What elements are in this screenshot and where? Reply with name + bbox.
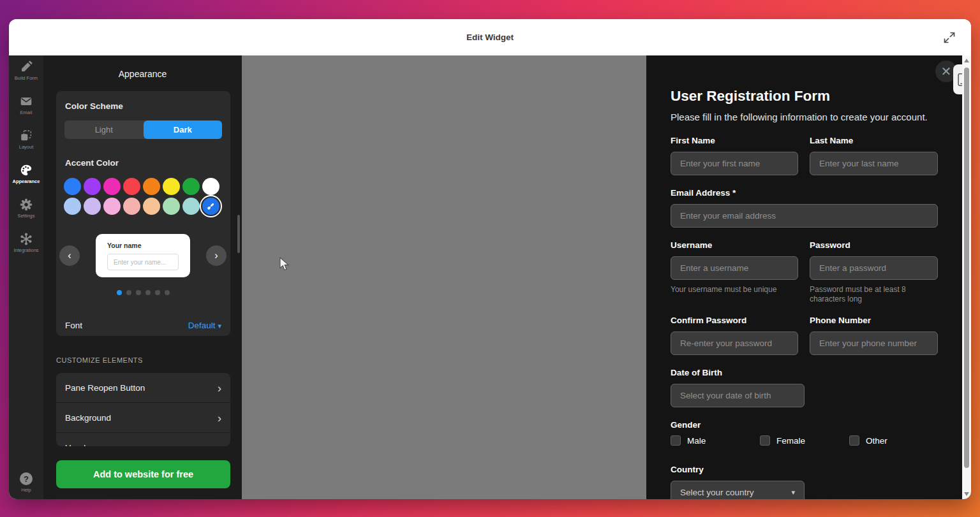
accent-color-swatch[interactable]: [64, 178, 81, 195]
font-select[interactable]: Default▾: [188, 321, 221, 330]
accent-color-swatch[interactable]: [182, 198, 200, 215]
carousel-dot[interactable]: [145, 290, 151, 295]
country-label: Country: [671, 465, 798, 474]
widget-preview-card: Your name: [96, 234, 190, 277]
add-to-website-button[interactable]: Add to website for free: [56, 460, 230, 488]
pencil-icon: [19, 60, 33, 74]
accent-color-swatch[interactable]: [123, 178, 140, 195]
customize-item-background[interactable]: Background ›: [56, 403, 230, 433]
sidebar-item-build-form[interactable]: Build Form: [9, 60, 43, 94]
accent-swatch-row-2: [64, 198, 219, 215]
email-label: Email Address *: [671, 188, 798, 198]
accent-color-swatch[interactable]: [143, 178, 160, 195]
sidebar-item-appearance[interactable]: Appearance: [9, 163, 43, 198]
carousel-dot[interactable]: [155, 290, 160, 295]
customize-item-pane-reopen-button[interactable]: Pane Reopen Button ›: [56, 373, 230, 403]
country-select[interactable]: Select your country ▾: [671, 481, 805, 499]
carousel-dot[interactable]: [165, 290, 170, 295]
sidebar: Build Form Email Layout Appearance: [9, 55, 43, 499]
accent-color-swatch[interactable]: [103, 198, 121, 215]
gender-option-female[interactable]: Female: [760, 435, 849, 446]
password-label: Password: [810, 240, 938, 250]
mouse-cursor: [279, 257, 292, 275]
color-scheme-light-button[interactable]: Light: [64, 120, 144, 139]
sidebar-item-label: Settings: [17, 214, 34, 219]
dob-label: Date of Birth: [671, 368, 798, 377]
gender-options: Male Female Other: [671, 435, 939, 446]
first-name-input[interactable]: [671, 152, 798, 175]
sidebar-item-email[interactable]: Email: [9, 94, 43, 129]
password-helper-text: Password must be at least 8 characters l…: [810, 285, 938, 304]
dob-input[interactable]: [671, 384, 805, 407]
preview-name-input[interactable]: [107, 254, 179, 270]
preview-field-label: Your name: [107, 242, 179, 249]
envelope-icon: [19, 94, 33, 108]
help-label: Help: [21, 487, 31, 493]
carousel-prev-button[interactable]: ‹: [59, 245, 80, 266]
carousel-dot[interactable]: [126, 290, 131, 295]
integrations-icon: [19, 232, 33, 246]
sidebar-item-label: Appearance: [13, 179, 40, 184]
gender-option-other[interactable]: Other: [849, 435, 939, 446]
preview-scrollbar[interactable]: [962, 55, 971, 499]
sidebar-item-help[interactable]: ? Help: [9, 472, 43, 493]
appearance-settings-card: Color Scheme Light Dark Accent Color ‹ ›…: [56, 91, 230, 336]
appearance-panel: Appearance Color Scheme Light Dark Accen…: [43, 55, 242, 499]
username-input[interactable]: [671, 256, 798, 280]
male-checkbox[interactable]: [671, 435, 681, 446]
last-name-input[interactable]: [810, 152, 938, 175]
password-input[interactable]: [810, 256, 938, 280]
confirm-password-label: Confirm Password: [671, 316, 798, 325]
custom-color-swatch[interactable]: [202, 198, 219, 215]
accent-color-swatch[interactable]: [163, 198, 180, 215]
chevron-down-icon: ▾: [791, 488, 795, 497]
accent-color-swatch[interactable]: [163, 178, 180, 195]
accent-color-swatch[interactable]: [64, 198, 81, 215]
accent-color-swatch[interactable]: [123, 198, 140, 215]
confirm-password-input[interactable]: [671, 331, 798, 355]
customize-elements-list: Pane Reopen Button › Background › Header…: [56, 373, 230, 446]
accent-color-swatch[interactable]: [202, 178, 219, 195]
carousel-dot[interactable]: [136, 290, 141, 295]
preview-scrollbar-thumb[interactable]: [964, 68, 969, 468]
female-checkbox[interactable]: [760, 435, 770, 446]
editor-canvas[interactable]: [242, 55, 646, 499]
gear-icon: [19, 198, 33, 212]
gender-option-male[interactable]: Male: [671, 435, 760, 446]
scroll-down-icon[interactable]: [964, 492, 969, 496]
color-scheme-dark-button[interactable]: Dark: [144, 120, 223, 139]
accent-color-swatch[interactable]: [84, 178, 101, 195]
accent-color-swatch[interactable]: [103, 178, 121, 195]
accent-color-swatch[interactable]: [182, 178, 200, 195]
email-input[interactable]: [671, 204, 938, 228]
sidebar-item-layout[interactable]: Layout: [9, 129, 43, 163]
color-scheme-label: Color Scheme: [65, 101, 123, 111]
chevron-down-icon: ▾: [218, 322, 221, 330]
panel-title: Appearance: [43, 69, 242, 79]
customize-elements-heading: CUSTOMIZE ELEMENTS: [56, 356, 143, 364]
carousel-dot[interactable]: [117, 290, 122, 295]
accent-color-swatch[interactable]: [84, 198, 101, 215]
form-preview-panel: ✕ User Registration Form Please fill in …: [646, 55, 971, 499]
fullscreen-expand-icon[interactable]: [942, 30, 957, 45]
last-name-label: Last Name: [810, 136, 938, 145]
other-checkbox[interactable]: [849, 435, 859, 446]
help-icon: ?: [20, 472, 33, 485]
chevron-right-icon: ›: [218, 442, 221, 447]
form-subtitle: Please fill in the following information…: [671, 112, 928, 122]
window-header: Edit Widget: [9, 19, 971, 55]
customize-item-header[interactable]: Header ›: [56, 433, 230, 446]
accent-color-label: Accent Color: [65, 158, 119, 168]
scroll-up-icon[interactable]: [964, 59, 969, 62]
accent-color-swatch[interactable]: [143, 198, 160, 215]
color-scheme-toggle: Light Dark: [64, 120, 222, 139]
sidebar-item-label: Email: [20, 110, 33, 115]
sidebar-item-label: Layout: [19, 145, 34, 150]
phone-input[interactable]: [810, 331, 938, 355]
palette-icon: [19, 163, 33, 177]
font-row: Font Default▾: [56, 314, 230, 336]
sidebar-item-settings[interactable]: Settings: [9, 198, 43, 232]
panel-scrollbar-thumb[interactable]: [237, 215, 240, 253]
sidebar-item-integrations[interactable]: Integrations: [9, 232, 43, 266]
carousel-next-button[interactable]: ›: [206, 245, 226, 266]
